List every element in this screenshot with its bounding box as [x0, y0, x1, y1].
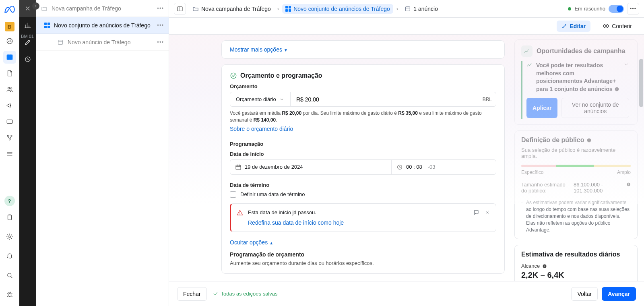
nav-search-icon[interactable] [3, 269, 16, 282]
tree-ad[interactable]: Novo anúncio de Tráfego ••• [36, 34, 169, 51]
nav-reports-icon[interactable] [3, 67, 16, 80]
campaign-tree: Nova campanha de Tráfego ••• Novo conjun… [36, 0, 169, 306]
info-icon[interactable] [626, 182, 631, 187]
start-date-input[interactable]: 19 de dezembro de 2024 [230, 160, 391, 174]
saved-label: Todas as edições salvas [221, 291, 278, 297]
close-button[interactable]: Fechar [177, 287, 207, 301]
nav-graph-icon[interactable] [3, 131, 16, 144]
adset-icon [285, 6, 291, 12]
nav-campaigns-icon[interactable] [3, 51, 16, 64]
start-date-value: 19 de dezembro de 2024 [245, 164, 303, 170]
footer: Fechar Todas as edições salvas Voltar Av… [169, 281, 644, 306]
help-icon[interactable]: ? [4, 196, 15, 206]
tab-review[interactable]: Conferir [598, 20, 637, 32]
info-icon[interactable] [542, 264, 547, 269]
breadcrumb-ad[interactable]: 1 anúncio [401, 4, 441, 14]
svg-point-2 [8, 87, 10, 89]
rail-chart-icon[interactable] [19, 17, 36, 34]
topbar: Nova campanha de Tráfego › Novo conjunto… [169, 0, 644, 18]
reset-start-date-link[interactable]: Redefina sua data de início como hoje [248, 219, 344, 226]
form-content: Mostrar mais opções▼ Orçamento e program… [169, 35, 511, 281]
breadcrumb-campaign-label: Nova campanha de Tráfego [201, 6, 271, 12]
back-button[interactable]: Voltar [571, 287, 598, 301]
svg-point-16 [605, 25, 607, 27]
meta-logo-icon [3, 3, 17, 17]
calendar-icon [235, 164, 242, 170]
svg-point-10 [7, 273, 11, 277]
svg-rect-14 [178, 6, 182, 11]
rail-clock-icon[interactable] [19, 51, 36, 68]
breadcrumb-campaign[interactable]: Nova campanha de Tráfego [189, 4, 274, 14]
audience-sub: Sua seleção de público é razoavelmente a… [521, 147, 631, 159]
adset-icon [44, 23, 50, 28]
tree-adset[interactable]: Novo conjunto de anúncios de Tráfego ••• [36, 17, 169, 34]
apply-button[interactable]: Aplicar [526, 98, 557, 118]
schedule-label: Programação [230, 141, 496, 147]
account-badge[interactable]: B [5, 22, 14, 31]
tab-edit-label: Editar [570, 23, 586, 29]
end-date-checkbox-label: Definir uma data de término [240, 191, 305, 197]
previous-card-tail: Mostrar mais opções▼ [221, 40, 505, 59]
rail-expand-icon[interactable] [19, 132, 36, 149]
opportunities-panel: Oportunidades de campanha Você pode ter … [514, 39, 638, 125]
scrollbar-thumb[interactable] [639, 59, 643, 107]
nav-dashboard-icon[interactable] [3, 35, 16, 48]
nav-audiences-icon[interactable] [3, 83, 16, 96]
opportunity-text: Você pode ter resultados melhores com po… [536, 62, 616, 92]
trend-icon [526, 62, 533, 68]
audience-size-value: 86.100.000 - 101.300.000 [574, 182, 622, 194]
svg-point-3 [10, 88, 12, 89]
hide-options-link[interactable]: Ocultar opções▲ [230, 239, 273, 246]
breadcrumb-adset-label: Novo conjunto de anúncios de Tráfego [293, 6, 390, 12]
audience-size-key: Tamanho estimado do público: [521, 182, 570, 194]
next-button[interactable]: Avançar [602, 287, 636, 301]
budget-hint: Você gastará em média R$ 20,00 por dia. … [230, 110, 496, 124]
check-icon [213, 291, 219, 297]
budget-amount-input[interactable] [295, 96, 474, 103]
svg-rect-15 [406, 6, 410, 11]
end-date-checkbox[interactable] [230, 191, 236, 198]
topbar-more-button[interactable]: ••• [627, 3, 639, 15]
nav-bug-icon[interactable] [3, 288, 16, 301]
about-budget-link[interactable]: Sobre o orçamento diário [230, 126, 293, 132]
breadcrumb-adset[interactable]: Novo conjunto de anúncios de Tráfego [282, 4, 393, 14]
show-more-options-link[interactable]: Mostrar mais opções▼ [230, 46, 288, 53]
saved-indicator: Todas as edições salvas [213, 291, 278, 297]
budget-schedule-title: Programação de orçamento [230, 251, 496, 258]
budget-type-select[interactable]: Orçamento diário [230, 92, 291, 106]
view-in-adset-button[interactable]: Ver no conjunto de anúncios [561, 98, 629, 118]
budget-section-title: Orçamento e programação [230, 72, 496, 79]
chevron-down-icon[interactable] [623, 62, 629, 67]
audience-meter [521, 165, 631, 167]
nav-billing-icon[interactable] [3, 115, 16, 128]
meter-broad: Amplo [617, 170, 631, 175]
meter-specific: Específico [521, 170, 543, 175]
warning-dismiss-icon[interactable] [485, 209, 490, 226]
info-icon[interactable] [586, 138, 592, 143]
nav-settings-icon[interactable] [3, 230, 16, 243]
status-label: Em rascunho [574, 6, 605, 12]
nav-clipboard-icon[interactable] [3, 211, 16, 224]
tab-edit[interactable]: Editar [557, 21, 591, 32]
start-time-input[interactable]: 00 : 08 -03 [391, 160, 496, 174]
budget-card: Orçamento e programação Orçamento Orçame… [221, 64, 505, 274]
toggle-panel-button[interactable] [174, 3, 186, 15]
tree-campaign-more-icon[interactable]: ••• [157, 5, 164, 11]
svg-point-17 [231, 73, 236, 79]
warning-feedback-icon[interactable] [473, 209, 480, 226]
tree-adset-more-icon[interactable]: ••• [157, 22, 164, 28]
status-toggle[interactable] [609, 5, 624, 13]
start-date-label: Data de início [230, 151, 496, 157]
reach-label: Alcance [521, 263, 540, 269]
tree-ad-label: Novo anúncio de Tráfego [68, 39, 153, 45]
warning-title: Esta data de início já passou. [248, 209, 469, 215]
svg-point-9 [8, 236, 10, 238]
tree-ad-more-icon[interactable]: ••• [157, 39, 164, 45]
nav-megaphone-icon[interactable] [3, 99, 16, 112]
nav-more-icon[interactable] [3, 147, 16, 160]
nav-bell-icon[interactable] [3, 250, 16, 263]
currency-label: BRL [479, 92, 496, 106]
tree-campaign[interactable]: Nova campanha de Tráfego ••• [36, 0, 169, 17]
audience-panel: Definição de público Sua seleção de públ… [514, 130, 638, 239]
info-icon[interactable] [614, 87, 619, 92]
